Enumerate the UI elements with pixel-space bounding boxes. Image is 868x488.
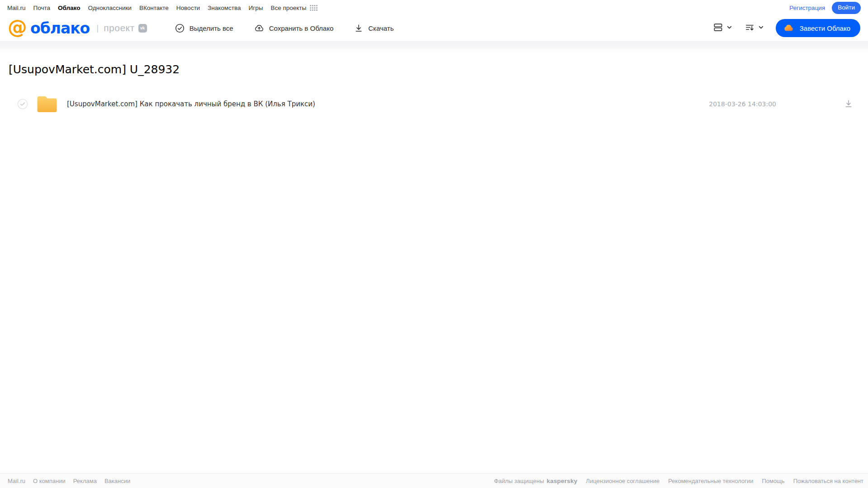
file-row[interactable]: [UsupovMarket.com] Как прокачать личный … — [0, 91, 868, 117]
download-icon — [844, 99, 853, 109]
footer-left-links: Mail.ru О компании Реклама Вакансии — [8, 478, 130, 484]
list-view-icon — [713, 22, 723, 34]
create-cloud-button[interactable]: Завести Облако — [776, 19, 860, 37]
chevron-down-icon — [758, 24, 764, 32]
header-shadow-divider — [0, 41, 868, 52]
select-all-button[interactable]: Выделить все — [175, 24, 233, 33]
page-title: [UsupovMarket.com] U_28932 — [9, 63, 868, 76]
footer-mailru-link[interactable]: Mail.ru — [8, 478, 25, 484]
save-to-cloud-label: Сохранить в Облако — [269, 24, 334, 32]
footer-report-content-link[interactable]: Пожаловаться на контент — [793, 478, 863, 484]
register-link[interactable]: Регистрация — [789, 5, 825, 11]
footer-license-link[interactable]: Лицензионное соглашение — [586, 478, 659, 484]
nav-games[interactable]: Игры — [249, 5, 263, 11]
footer-jobs-link[interactable]: Вакансии — [104, 478, 130, 484]
nav-cloud[interactable]: Облако — [58, 5, 80, 11]
cloud-header: @ облако | проект vk Выделить все — [0, 15, 868, 41]
cloud-solid-icon — [783, 23, 795, 34]
footer-right-links: Файлы защищены kaspersky Лицензионное со… — [494, 478, 863, 484]
footer-about-link[interactable]: О компании — [33, 478, 66, 484]
public-folder-content: [UsupovMarket.com] U_28932 [UsupovMarket… — [0, 63, 868, 117]
folder-icon — [37, 95, 57, 113]
chevron-down-icon — [726, 24, 732, 32]
footer-recommend-tech-link[interactable]: Рекомендательные технологии — [668, 478, 753, 484]
download-button[interactable]: Скачать — [354, 24, 394, 33]
protected-by-label: Файлы защищены — [494, 478, 544, 484]
nav-mail[interactable]: Почта — [33, 5, 51, 11]
nav-news[interactable]: Новости — [176, 5, 200, 11]
file-toolbar: Выделить все Сохранить в Облако Скачат — [175, 23, 394, 33]
select-all-label: Выделить все — [190, 24, 233, 32]
sort-button[interactable] — [745, 22, 764, 34]
nav-vkontakte[interactable]: ВКонтакте — [139, 5, 169, 11]
cloud-upload-icon — [254, 23, 264, 33]
check-circle-icon — [175, 24, 185, 33]
row-checkbox[interactable] — [17, 99, 28, 109]
nav-mailru[interactable]: Mail.ru — [7, 5, 26, 11]
create-cloud-label: Завести Облако — [800, 24, 850, 32]
nav-all-projects[interactable]: Все проекты — [270, 5, 318, 11]
footer-help-link[interactable]: Помощь — [762, 478, 784, 484]
file-modified-date: 2018-03-26 14:03:00 — [709, 100, 776, 108]
download-label: Скачать — [368, 24, 394, 32]
sort-icon — [745, 22, 755, 34]
download-icon — [354, 24, 363, 33]
cloud-logo[interactable]: @ облако | проект vk — [8, 19, 147, 37]
login-button[interactable]: Войти — [832, 2, 861, 14]
save-to-cloud-button[interactable]: Сохранить в Облако — [254, 23, 334, 33]
nav-dating[interactable]: Знакомства — [208, 5, 241, 11]
grid-dots-icon — [310, 5, 318, 11]
header-right-controls: Завести Облако — [713, 19, 860, 37]
portal-navbar: Mail.ru Почта Облако Одноклассники ВКонт… — [0, 0, 868, 15]
nav-odnoklassniki[interactable]: Одноклассники — [88, 5, 131, 11]
mailru-at-icon: @ — [8, 19, 27, 36]
footer-ads-link[interactable]: Реклама — [73, 478, 97, 484]
row-download-button[interactable] — [844, 99, 853, 109]
vk-badge-icon: vk — [138, 24, 147, 33]
logo-separator: | — [96, 23, 99, 33]
file-name-link[interactable]: [UsupovMarket.com] Как прокачать личный … — [67, 100, 315, 108]
all-projects-label: Все проекты — [270, 5, 306, 11]
cloud-logo-text: облако — [30, 19, 90, 37]
view-mode-button[interactable] — [713, 22, 732, 34]
kaspersky-logo[interactable]: kaspersky — [547, 478, 578, 484]
project-label: проект — [104, 23, 134, 33]
kaspersky-protection: Файлы защищены kaspersky — [494, 478, 577, 484]
page-footer: Mail.ru О компании Реклама Вакансии Файл… — [0, 473, 868, 488]
